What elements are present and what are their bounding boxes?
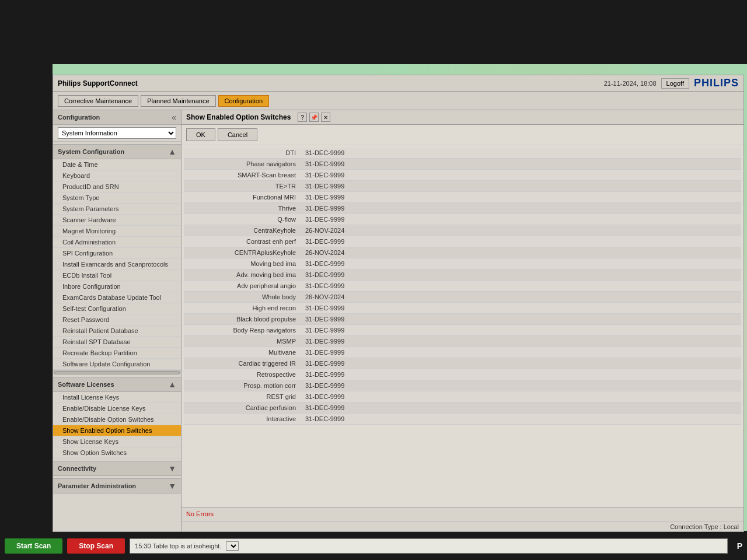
system-info-select[interactable]: System Information: [58, 127, 176, 139]
table-row: Whole body26-NOV-2024: [184, 292, 741, 303]
sidebar-connectivity-header[interactable]: Connectivity ▼: [53, 461, 181, 476]
option-name: Thrive: [184, 203, 301, 214]
sidebar-config-header[interactable]: Configuration «: [53, 110, 181, 125]
sidebar-item-reset-pwd[interactable]: Reset Password: [53, 314, 181, 326]
sidebar-item-ecdb[interactable]: ECDb Install Tool: [53, 270, 181, 281]
stop-scan-button[interactable]: Stop Scan: [67, 538, 125, 554]
nav-bar: Corrective Maintenance Planned Maintenan…: [53, 92, 743, 110]
connection-type: Connection Type : Local: [670, 523, 739, 530]
option-date: 31-DEC-9999: [301, 258, 741, 270]
dialog-help-icon[interactable]: ?: [298, 113, 307, 122]
philips-logo: PHILIPS: [694, 77, 739, 89]
option-date: 31-DEC-9999: [301, 314, 741, 325]
option-date: 31-DEC-9999: [301, 181, 741, 192]
option-date: 31-DEC-9999: [301, 358, 741, 369]
nav-configuration[interactable]: Configuration: [218, 95, 269, 107]
option-date: 31-DEC-9999: [301, 369, 741, 380]
sidebar-item-productid[interactable]: ProductID and SRN: [53, 181, 181, 192]
sidebar-hscroll[interactable]: [53, 370, 181, 374]
option-name: Whole body: [184, 292, 301, 303]
system-config-title: System Configuration: [58, 148, 124, 155]
connectivity-collapse-icon: ▼: [168, 464, 176, 473]
option-name: MSMP: [184, 336, 301, 347]
sidebar-item-datetime[interactable]: Date & Time: [53, 159, 181, 170]
sidebar-item-enable-disable-options[interactable]: Enable/Disable Option Switches: [53, 414, 181, 425]
sidebar-item-system-type[interactable]: System Type: [53, 192, 181, 204]
sidebar-item-show-option-switches[interactable]: Show Option Switches: [53, 447, 181, 459]
sidebar-system-config-header[interactable]: System Configuration ▲: [53, 144, 181, 159]
table-row: Body Resp navigators31-DEC-9999: [184, 325, 741, 336]
nav-corrective-maintenance[interactable]: Corrective Maintenance: [58, 95, 138, 107]
title-bar-left: Philips SupportConnect: [58, 79, 138, 88]
option-name: Functional MRI: [184, 192, 301, 203]
option-date: 31-DEC-9999: [301, 270, 741, 281]
option-name: Adv. moving bed ima: [184, 270, 301, 281]
sidebar-item-show-enabled-options[interactable]: Show Enabled Option Switches: [53, 425, 181, 436]
option-date: 31-DEC-9999: [301, 214, 741, 225]
system-config-collapse-icon: ▲: [168, 147, 176, 156]
table-row: Thrive31-DEC-9999: [184, 203, 741, 214]
software-licenses-collapse-icon: ▲: [168, 380, 176, 389]
sidebar-item-software-update[interactable]: Software Update Configuration: [53, 359, 181, 370]
start-scan-button[interactable]: Start Scan: [5, 538, 62, 554]
option-name: Prosp. motion corr: [184, 380, 301, 391]
nav-planned-maintenance[interactable]: Planned Maintenance: [141, 95, 215, 107]
connectivity-title: Connectivity: [58, 465, 96, 472]
table-row: Retrospective31-DEC-9999: [184, 369, 741, 380]
sidebar-item-install-exam[interactable]: Install Examcards and Scanprotocols: [53, 259, 181, 270]
sidebar-item-install-keys[interactable]: Install License Keys: [53, 392, 181, 403]
sidebar-item-examcards-db[interactable]: ExamCards Database Update Tool: [53, 292, 181, 303]
sidebar-item-recreate-backup[interactable]: Recreate Backup Partition: [53, 348, 181, 359]
table-row: Functional MRI31-DEC-9999: [184, 192, 741, 203]
connection-bar: Connection Type : Local: [181, 522, 743, 531]
option-date: 31-DEC-9999: [301, 402, 741, 414]
cancel-button[interactable]: Cancel: [218, 128, 257, 141]
system-config-items: Date & Time Keyboard ProductID and SRN S…: [53, 159, 181, 370]
sidebar-system-info-dropdown[interactable]: System Information: [53, 125, 181, 142]
option-date: 31-DEC-9999: [301, 148, 741, 159]
sidebar-item-selftest[interactable]: Self-test Configuration: [53, 303, 181, 314]
app-title: Philips SupportConnect: [58, 79, 138, 88]
option-date: 31-DEC-9999: [301, 336, 741, 347]
options-table-area[interactable]: DTI31-DEC-9999Phase navigators31-DEC-999…: [181, 145, 743, 508]
title-bar: Philips SupportConnect 21-11-2024, 18:08…: [53, 75, 743, 92]
option-name: Black blood propulse: [184, 314, 301, 325]
sidebar-item-inbore[interactable]: Inbore Configuration: [53, 281, 181, 292]
sidebar-item-coil[interactable]: Coil Administration: [53, 237, 181, 248]
sidebar-item-reinstall-patient[interactable]: Reinstall Patient Database: [53, 326, 181, 337]
option-name: Cardiac perfusion: [184, 402, 301, 414]
option-name: Q-flow: [184, 214, 301, 225]
sidebar-item-scanner-hw[interactable]: Scanner Hardware: [53, 215, 181, 226]
logoff-button[interactable]: Logoff: [661, 78, 689, 89]
sidebar-software-licenses-header[interactable]: Software Licenses ▲: [53, 377, 181, 392]
table-row: DTI31-DEC-9999: [184, 148, 741, 159]
sidebar-item-spi[interactable]: SPI Configuration: [53, 248, 181, 259]
option-name: REST grid: [184, 391, 301, 402]
option-date: 26-NOV-2024: [301, 225, 741, 236]
sidebar-item-magnet[interactable]: Magnet Monitoring: [53, 226, 181, 237]
sidebar-param-admin-header[interactable]: Parameter Administration ▼: [53, 478, 181, 494]
option-name: TE>TR: [184, 181, 301, 192]
dialog-close-icon[interactable]: ✕: [321, 113, 330, 122]
sidebar-item-system-params[interactable]: System Parameters: [53, 204, 181, 215]
table-row: CentraKeyhole26-NOV-2024: [184, 225, 741, 236]
dialog-pin-icon[interactable]: 📌: [309, 113, 319, 122]
option-date: 31-DEC-9999: [301, 303, 741, 314]
option-name: Cardiac triggered IR: [184, 358, 301, 369]
status-dropdown[interactable]: [226, 541, 239, 551]
option-date: 26-NOV-2024: [301, 292, 741, 303]
sidebar-item-keyboard[interactable]: Keyboard: [53, 170, 181, 181]
option-name: Multivane: [184, 347, 301, 358]
ok-button[interactable]: OK: [186, 128, 215, 141]
param-admin-collapse-icon: ▼: [168, 481, 176, 491]
table-row: Multivane31-DEC-9999: [184, 347, 741, 358]
sidebar-item-enable-disable-keys[interactable]: Enable/Disable License Keys: [53, 403, 181, 414]
table-row: Cardiac perfusion31-DEC-9999: [184, 402, 741, 414]
sidebar-item-show-license-keys[interactable]: Show License Keys: [53, 436, 181, 447]
option-date: 31-DEC-9999: [301, 236, 741, 247]
table-row: MSMP31-DEC-9999: [184, 336, 741, 347]
option-date: 31-DEC-9999: [301, 325, 741, 336]
sidebar-item-reinstall-spt[interactable]: Reinstall SPT Database: [53, 337, 181, 348]
option-date: 31-DEC-9999: [301, 347, 741, 358]
option-name: Contrast enh perf: [184, 236, 301, 247]
